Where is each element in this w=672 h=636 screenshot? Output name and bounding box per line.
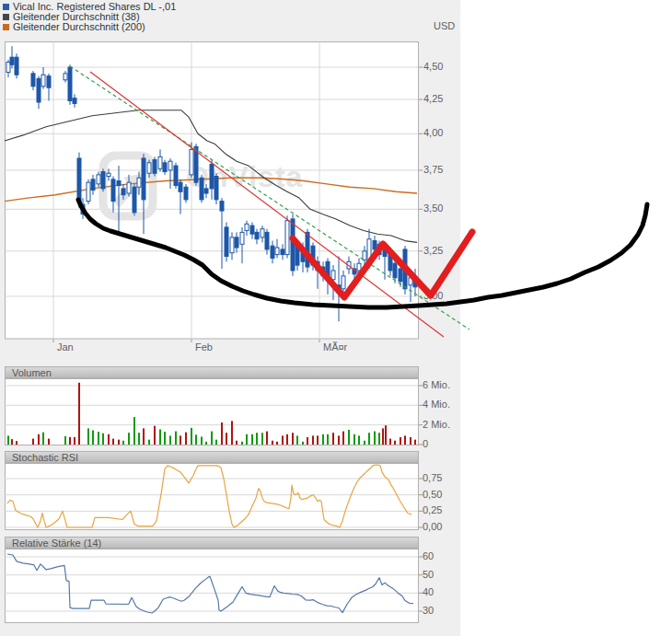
legend-item-label: Gleitender Durchschnitt (200) <box>13 22 145 32</box>
svg-text:OnVista: OnVista <box>186 160 303 193</box>
ma200-color-swatch <box>3 24 9 30</box>
stochastic-rsi-panel-header: Stochastic RSI <box>5 451 419 463</box>
chart-legend: Vical Inc. Registered Shares DL -,01 Gle… <box>3 2 176 32</box>
relative-strength-panel-title: Relative Stärke (14) <box>6 538 418 549</box>
legend-item-ma200: Gleitender Durchschnitt (200) <box>3 22 176 32</box>
instrument-color-swatch <box>3 4 9 10</box>
relative-strength-panel-header: Relative Stärke (14) <box>5 537 419 549</box>
volume-panel-title: Volumen <box>6 367 418 378</box>
ma38-color-swatch <box>3 14 9 20</box>
volume-panel-header: Volumen <box>5 366 419 378</box>
price-axis-currency-label: USD <box>434 20 455 31</box>
stochastic-rsi-panel-title: Stochastic RSI <box>6 452 418 463</box>
chart-application: Vical Inc. Registered Shares DL -,01 Gle… <box>0 0 672 636</box>
